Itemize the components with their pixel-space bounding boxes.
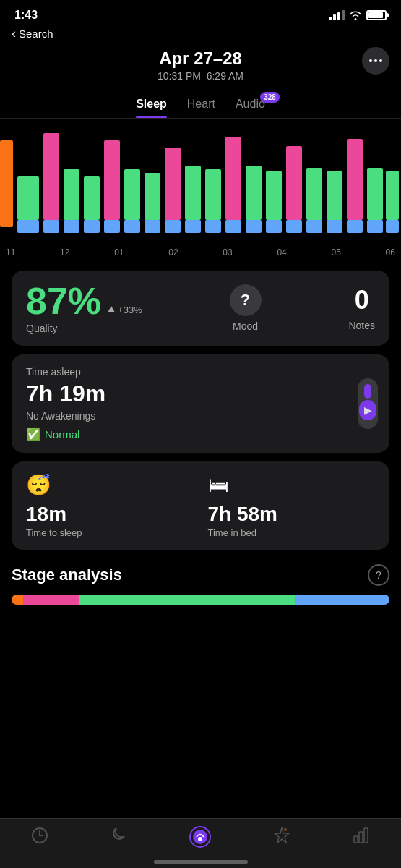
svg-rect-4 <box>43 133 59 220</box>
sleep-chart: 11 12 01 02 03 04 05 06 AWAKE REM LIGHT … <box>0 119 401 263</box>
svg-rect-8 <box>84 176 100 220</box>
nav-history[interactable] <box>30 826 49 848</box>
svg-rect-14 <box>145 173 160 220</box>
battery-icon <box>366 10 387 20</box>
quality-left: 87% +33% Quality <box>26 282 142 334</box>
svg-rect-21 <box>205 220 221 233</box>
nav-activity[interactable] <box>272 826 291 848</box>
status-time: 1:43 <box>14 9 38 22</box>
normal-text: Normal <box>45 428 79 441</box>
slider-track: ▶ <box>358 378 378 429</box>
more-dot <box>369 59 372 62</box>
mood-label: Mood <box>233 320 258 332</box>
svg-rect-29 <box>286 220 302 233</box>
header-date: Apr 27–28 <box>159 48 242 69</box>
svg-rect-32 <box>327 171 342 220</box>
chart-label-12: 12 <box>60 247 69 258</box>
stage-title: Stage analysis <box>12 566 122 584</box>
stage-analysis-section: Stage analysis ? <box>0 557 401 605</box>
time-to-sleep-icon: 😴 <box>26 473 194 497</box>
home-circle-icon <box>189 826 211 848</box>
quality-label: Quality <box>26 323 142 334</box>
signal-icon <box>329 10 345 20</box>
slider-top <box>364 384 371 399</box>
chart-label-06: 06 <box>386 247 395 258</box>
cards-section: 87% +33% Quality ? Mood 0 Notes Time asl… <box>0 263 401 557</box>
svg-rect-23 <box>225 220 241 233</box>
stage-help-button[interactable]: ? <box>368 564 389 586</box>
quality-percentage: 87% <box>26 282 101 320</box>
time-asleep-card[interactable]: Time asleep 7h 19m No Awakenings ✅ Norma… <box>12 354 389 453</box>
svg-rect-47 <box>354 836 358 843</box>
chart-label-02: 02 <box>168 247 178 258</box>
slider-thumb: ▶ <box>359 400 376 420</box>
time-asleep-value: 7h 19m <box>26 380 375 407</box>
more-button[interactable] <box>362 47 389 75</box>
svg-rect-36 <box>367 168 383 220</box>
svg-rect-24 <box>246 166 262 220</box>
svg-rect-38 <box>386 171 399 220</box>
svg-rect-13 <box>124 220 140 233</box>
nav-home[interactable] <box>189 826 211 848</box>
svg-rect-5 <box>43 220 59 233</box>
tab-sleep[interactable]: Sleep <box>136 98 167 118</box>
stage-bar <box>12 595 389 605</box>
normal-badge: ✅ Normal <box>26 427 79 441</box>
svg-rect-2 <box>17 176 39 220</box>
home-indicator <box>154 860 248 864</box>
time-asleep-content: Time asleep 7h 19m No Awakenings ✅ Norma… <box>26 366 375 441</box>
quality-card[interactable]: 87% +33% Quality ? Mood 0 Notes <box>12 271 389 346</box>
svg-rect-17 <box>165 220 181 233</box>
svg-rect-15 <box>145 220 160 233</box>
sleep-chart-svg <box>0 119 401 242</box>
status-bar: 1:43 <box>0 0 401 26</box>
mood-section[interactable]: ? Mood <box>230 284 262 332</box>
svg-rect-6 <box>64 169 79 220</box>
time-to-sleep-value: 18m <box>26 503 194 526</box>
svg-marker-40 <box>108 306 115 312</box>
svg-rect-10 <box>104 140 120 220</box>
svg-rect-9 <box>84 220 100 233</box>
history-icon <box>30 826 49 845</box>
back-nav[interactable]: ‹ Search <box>0 26 401 44</box>
notes-label: Notes <box>348 320 375 331</box>
svg-rect-20 <box>205 169 221 220</box>
mood-button[interactable]: ? <box>230 284 262 316</box>
nav-sleep[interactable] <box>110 826 129 848</box>
header-time-range: 10:31 PM–6:29 AM <box>158 70 243 82</box>
nav-stats[interactable] <box>352 826 371 848</box>
chart-label-04: 04 <box>277 247 286 258</box>
time-in-bed-metric: 🛏 7h 58m Time in bed <box>208 473 376 538</box>
time-to-sleep-label: Time to sleep <box>26 527 194 538</box>
sleep-slider[interactable]: ▶ <box>358 378 378 429</box>
stats-icon <box>352 826 371 845</box>
status-icons <box>329 10 387 20</box>
header: Apr 27–28 10:31 PM–6:29 AM <box>0 44 401 82</box>
svg-rect-30 <box>306 168 322 220</box>
svg-rect-25 <box>246 220 262 233</box>
time-in-bed-icon: 🛏 <box>208 473 376 497</box>
svg-rect-7 <box>64 220 79 233</box>
svg-rect-11 <box>104 220 120 233</box>
chart-legend: AWAKE REM LIGHT SLEEP DEEP SLEEP <box>0 260 401 263</box>
more-dot <box>374 59 377 62</box>
wifi-icon <box>349 10 362 20</box>
sleep-metrics-card[interactable]: 😴 18m Time to sleep 🛏 7h 58m Time in bed <box>12 461 389 550</box>
svg-rect-1 <box>0 140 13 227</box>
svg-rect-35 <box>347 220 363 233</box>
chart-label-05: 05 <box>331 247 340 258</box>
notes-section[interactable]: 0 Notes <box>348 285 375 331</box>
chart-label-11: 11 <box>6 247 15 258</box>
svg-marker-45 <box>275 827 289 843</box>
svg-rect-39 <box>386 220 399 233</box>
svg-rect-27 <box>266 220 282 233</box>
tabs: Sleep Heart Audio 328 <box>0 89 401 118</box>
svg-rect-22 <box>225 137 241 220</box>
svg-rect-18 <box>185 166 201 220</box>
back-label: Search <box>19 27 53 40</box>
tab-audio[interactable]: Audio 328 <box>236 98 265 118</box>
stage-header: Stage analysis ? <box>12 564 389 586</box>
time-in-bed-value: 7h 58m <box>208 503 376 526</box>
back-chevron-icon: ‹ <box>12 26 16 41</box>
tab-heart[interactable]: Heart <box>187 98 215 118</box>
